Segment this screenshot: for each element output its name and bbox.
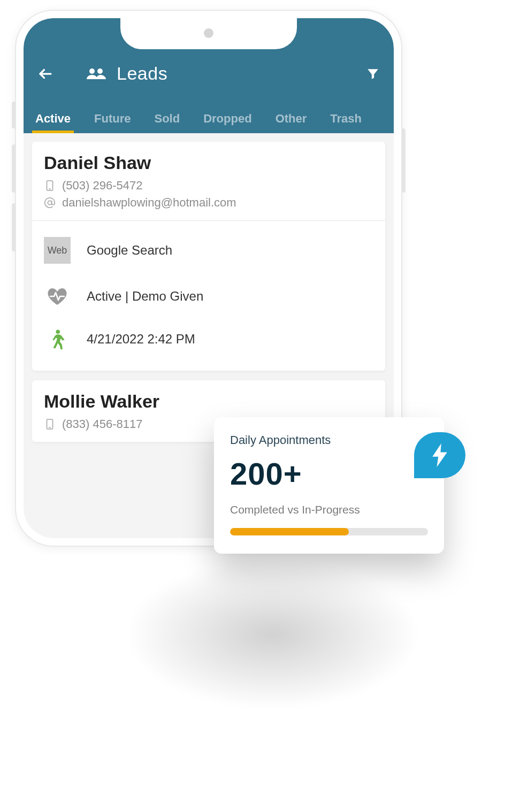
heartbeat-icon bbox=[44, 287, 71, 305]
tab-bar: Active Future Sold Dropped Other Trash bbox=[24, 105, 394, 133]
lead-timestamp: 4/21/2022 2:42 PM bbox=[87, 332, 195, 347]
lead-card[interactable]: Daniel Shaw (503) 296-5472 danielshawplo… bbox=[32, 142, 385, 371]
page-title: Leads bbox=[117, 63, 167, 84]
progress-bar bbox=[230, 528, 428, 535]
lead-timestamp-row: 4/21/2022 2:42 PM bbox=[44, 317, 373, 361]
volume-button bbox=[12, 203, 16, 251]
lead-source-row: Web Google Search bbox=[44, 225, 373, 275]
lead-name: Mollie Walker bbox=[44, 391, 373, 412]
svg-point-6 bbox=[56, 330, 60, 334]
svg-point-5 bbox=[48, 201, 51, 204]
lead-list: Daniel Shaw (503) 296-5472 danielshawplo… bbox=[24, 133, 394, 460]
back-icon[interactable] bbox=[37, 66, 53, 82]
tab-active[interactable]: Active bbox=[33, 105, 73, 133]
lead-phone-row[interactable]: (503) 296-5472 bbox=[44, 179, 373, 193]
stat-value: 200+ bbox=[230, 456, 428, 492]
svg-point-1 bbox=[89, 68, 95, 74]
tab-other[interactable]: Other bbox=[273, 105, 309, 133]
phone-icon bbox=[44, 418, 56, 430]
tab-future[interactable]: Future bbox=[92, 105, 133, 133]
at-icon bbox=[44, 197, 56, 209]
svg-point-2 bbox=[97, 68, 103, 74]
phone-notch bbox=[120, 17, 297, 49]
tab-sold[interactable]: Sold bbox=[152, 105, 182, 133]
daily-appointments-card: Daily Appointments 200+ Completed vs In-… bbox=[214, 417, 444, 554]
lead-name: Daniel Shaw bbox=[44, 152, 373, 173]
lead-phone: (833) 456-8117 bbox=[62, 417, 142, 431]
filter-icon[interactable] bbox=[366, 67, 380, 81]
people-icon bbox=[86, 66, 107, 82]
lead-source: Google Search bbox=[87, 243, 172, 258]
bolt-icon bbox=[431, 443, 449, 467]
volume-button bbox=[12, 144, 16, 193]
phone-shadow bbox=[64, 540, 481, 776]
stat-title: Daily Appointments bbox=[230, 433, 428, 447]
web-badge: Web bbox=[44, 237, 71, 264]
phone-icon bbox=[44, 180, 56, 191]
volume-button bbox=[12, 102, 16, 128]
stat-subtitle: Completed vs In-Progress bbox=[230, 503, 428, 516]
progress-fill bbox=[230, 528, 349, 535]
tab-trash[interactable]: Trash bbox=[328, 105, 364, 133]
lead-email-row[interactable]: danielshawplowing@hotmail.com bbox=[44, 196, 373, 210]
lead-status-row: Active | Demo Given bbox=[44, 275, 373, 317]
power-button bbox=[401, 128, 406, 193]
lead-email: danielshawplowing@hotmail.com bbox=[62, 196, 236, 210]
walking-icon bbox=[44, 329, 71, 349]
lead-status: Active | Demo Given bbox=[87, 289, 203, 304]
bolt-badge[interactable] bbox=[414, 432, 465, 478]
lead-phone: (503) 296-5472 bbox=[62, 179, 142, 193]
tab-dropped[interactable]: Dropped bbox=[201, 105, 254, 133]
